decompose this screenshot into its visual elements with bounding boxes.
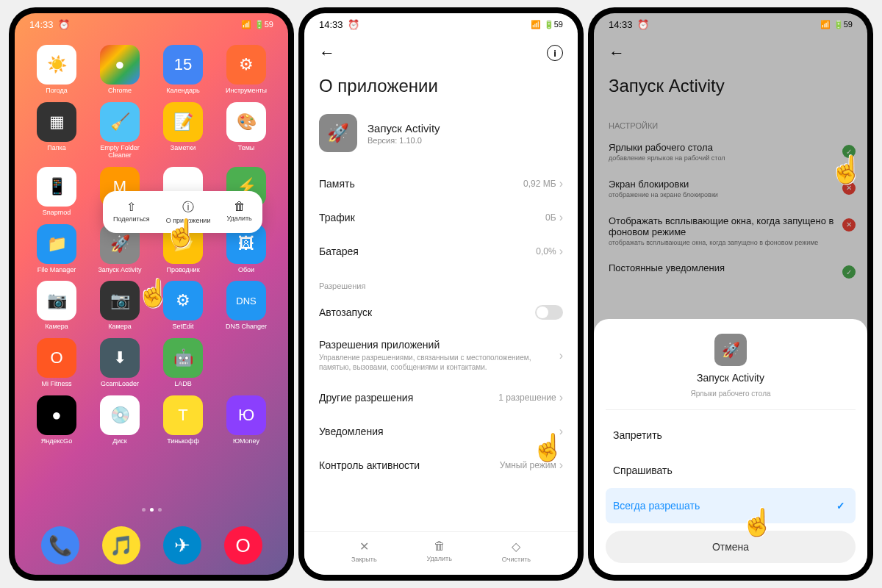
app-Календарь[interactable]: 15Календарь [154,45,212,95]
autostart-row[interactable]: Автозапуск [304,295,578,330]
app-label: Тинькофф [167,438,199,445]
dock-app[interactable]: ✈ [163,526,201,564]
context-menu: ⇧ПоделитьсяⓘО приложении🗑Удалить [103,191,262,233]
sheet-subtitle: Ярлыки рабочего стола [690,390,770,398]
app-label: Диск [112,438,127,445]
app-icon: ● [37,395,76,435]
app-GcamLoader[interactable]: ⬇GcamLoader [91,338,148,388]
statusbar: 14:33⏰ 📶🔋59 [304,13,578,36]
signal-icon: 📶 [820,20,831,29]
clock: 14:33 [319,19,343,30]
app-label: Календарь [166,87,199,95]
app-label: Mi Fitness [41,381,71,388]
option-Запретить[interactable]: Запретить [606,417,856,453]
app-File Manager[interactable]: 📁File Manager [28,224,85,274]
alarm-icon: ⏰ [348,19,359,30]
app-LADB[interactable]: 🤖LADB [154,338,212,388]
app-label: File Manager [37,267,76,274]
clock: 14:33 [609,19,633,30]
back-button[interactable]: ← [319,43,335,62]
app-Камера[interactable]: 📷Камера [91,281,148,331]
app-Камера[interactable]: 📷Камера [28,281,85,331]
activity-control-row[interactable]: Контроль активности Умный режим [304,448,578,482]
app-label: Запуск Activity [98,267,141,274]
stat-row[interactable]: Трафик0Б [304,201,578,234]
app-label: Погода [46,87,68,95]
app-icon: ⚙ [226,45,266,85]
app-icon: 🚀 [714,334,747,366]
dock-app[interactable]: 🎵 [102,526,140,564]
app-ЯндексGo[interactable]: ●ЯндексGo [28,395,85,445]
app-icon: 🎨 [226,102,266,142]
check-icon: ✓ [842,265,856,279]
app-Тинькофф[interactable]: ТТинькофф [154,395,212,445]
perm-row[interactable]: Экран блокировкиотображение на экране бл… [594,171,867,208]
app-Погода[interactable]: ☀️Погода [28,45,85,95]
app-ЮMoney[interactable]: ЮЮMoney [218,395,275,445]
app-icon: Т [163,395,203,435]
alarm-icon: ⏰ [58,19,70,30]
section-label: Разрешения [304,268,578,295]
app-Заметки[interactable]: 📝Заметки [154,102,212,159]
action-Удалить[interactable]: 🗑Удалить [427,539,452,563]
app-icon: O [37,338,76,378]
app-icon: 15 [163,45,203,85]
signal-icon: 📶 [241,20,251,29]
app-icon: ● [100,45,140,85]
back-button[interactable]: ← [609,43,625,62]
app-icon: 📱 [37,167,76,207]
option-Спрашивать[interactable]: Спрашивать [606,453,856,488]
app-SetEdit[interactable]: ⚙SetEdit [154,281,212,331]
app-empty[interactable] [218,338,275,388]
app-Mi Fitness[interactable]: OMi Fitness [28,338,85,388]
app-icon: 🤖 [163,338,203,378]
app-info: 🚀 Запуск Activity Версия: 1.10.0 [304,108,578,167]
toggle-off-icon[interactable] [535,305,563,320]
notifications-row[interactable]: Уведомления [304,415,578,448]
ctx-О приложении[interactable]: ⓘО приложении [162,198,215,226]
app-permissions-row[interactable]: Разрешения приложений Управление разреше… [304,330,578,381]
dock-app[interactable]: 📞 [41,526,79,564]
check-icon: ✓ [842,145,856,158]
app-Папка[interactable]: ▦Папка [28,102,85,159]
app-icon: DNS [226,281,266,320]
app-icon: 📁 [37,224,76,264]
action-Закрыть[interactable]: ✕Закрыть [351,539,377,563]
dock: 📞🎵✈O [15,526,288,564]
app-Темы[interactable]: 🎨Темы [218,102,275,159]
other-perms-row[interactable]: Другие разрешения 1 разрешение [304,381,578,415]
app-label: Snapmod [43,209,71,217]
app-name: Запуск Activity [368,122,440,135]
perm-row[interactable]: Постоянные уведомления✓ [594,255,867,284]
page-title: О приложении [304,70,578,108]
signal-icon: 📶 [531,20,541,29]
stat-row[interactable]: Память0,92 МБ [304,167,578,201]
battery-icon: 🔋59 [254,20,273,29]
phone-appinfo: 14:33⏰ 📶🔋59 ← i О приложении 🚀 Запуск Ac… [298,7,584,581]
option-Всегда разрешать[interactable]: Всегда разрешать [606,488,856,523]
app-DNS Changer[interactable]: DNSDNS Changer [218,281,275,331]
page-title: Запуск Activity [594,70,867,108]
app-Chrome[interactable]: ●Chrome [91,45,148,95]
stat-row[interactable]: Батарея0,0% [304,234,578,268]
ctx-Поделиться[interactable]: ⇧Поделиться [109,198,154,226]
perm-row[interactable]: Отображать всплывающие окна, когда запущ… [594,208,867,256]
app-label: Обои [238,267,254,274]
dock-app[interactable]: O [224,526,262,564]
ctx-Удалить[interactable]: 🗑Удалить [222,198,256,226]
page-dots[interactable] [15,508,288,512]
app-Snapmod[interactable]: 📱Snapmod [28,167,85,217]
perm-row[interactable]: Ярлыки рабочего столадобавление ярлыков … [594,135,867,171]
phone-homescreen: 14:33⏰ 📶🔋59 ☀️Погода●Chrome15Календарь⚙И… [9,7,294,581]
info-button[interactable]: i [547,45,563,61]
action-Очистить[interactable]: ◇Очистить [502,539,531,563]
app-Инструменты[interactable]: ⚙Инструменты [218,45,275,95]
app-Диск[interactable]: 💿Диск [91,395,148,445]
app-Empty Folder Cleaner[interactable]: 🧹Empty Folder Cleaner [91,102,148,159]
app-icon [226,338,266,378]
cancel-button[interactable]: Отмена [606,531,856,563]
app-label: GcamLoader [101,381,139,388]
statusbar: 14:33⏰ 📶🔋59 [594,13,867,36]
bottom-actions: ✕Закрыть🗑Удалить◇Очистить [304,531,578,575]
app-icon: 💿 [100,395,140,435]
